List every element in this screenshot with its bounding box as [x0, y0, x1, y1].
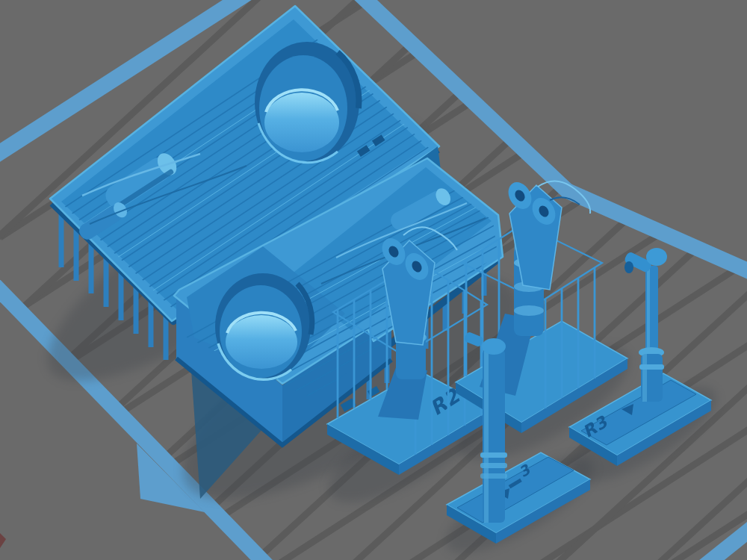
slicer-3d-viewport[interactable]: R2 L2: [0, 0, 747, 560]
engine-well: [255, 42, 359, 163]
